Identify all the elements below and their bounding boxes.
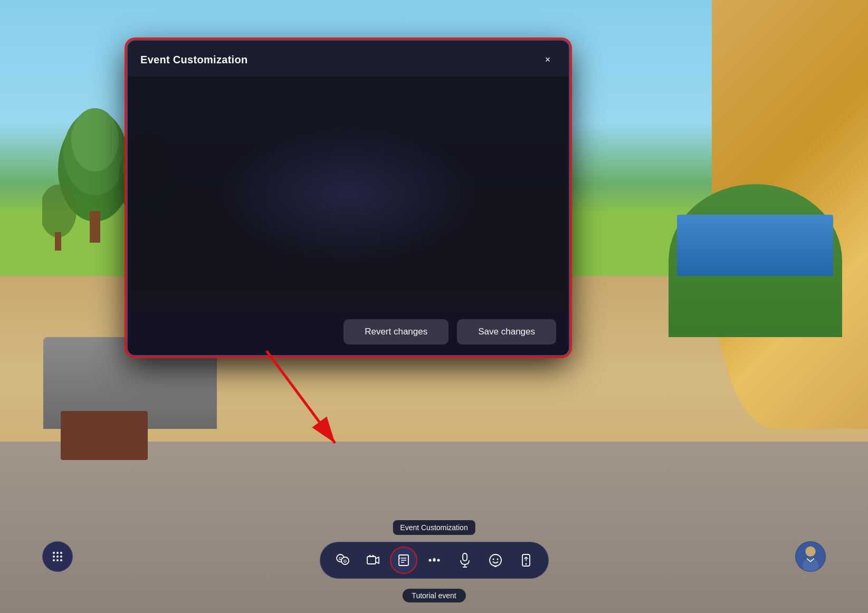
avatar-button[interactable]: [795, 541, 826, 572]
svg-rect-8: [55, 232, 61, 251]
svg-rect-28: [463, 553, 467, 561]
svg-point-42: [53, 559, 55, 561]
svg-rect-19: [372, 555, 374, 557]
grid-menu-button[interactable]: [42, 541, 73, 572]
toolbar-btn-share[interactable]: [512, 547, 540, 574]
reactions-icon: [336, 553, 349, 567]
svg-point-31: [490, 554, 501, 566]
toolbar-btn-event-customization[interactable]: [390, 547, 417, 574]
svg-point-15: [344, 560, 345, 561]
svg-point-25: [428, 559, 431, 562]
grid-icon: [51, 550, 64, 563]
bottom-toolbar: [320, 542, 549, 579]
toolbar-btn-more[interactable]: [421, 547, 448, 574]
more-icon: [427, 558, 441, 563]
track-pool: [677, 215, 833, 276]
svg-point-33: [497, 559, 498, 560]
svg-point-38: [60, 552, 62, 554]
svg-rect-18: [369, 555, 371, 557]
event-customization-icon: [397, 553, 411, 567]
tutorial-event-label: Tutorial event: [402, 589, 465, 602]
save-changes-button[interactable]: Save changes: [457, 319, 556, 344]
svg-point-12: [341, 557, 349, 564]
dialog-header: Event Customization ×: [128, 41, 569, 76]
table: [61, 411, 148, 460]
svg-rect-24: [398, 557, 400, 559]
close-icon: ×: [545, 54, 551, 65]
svg-rect-17: [367, 557, 376, 564]
camera-icon: [366, 553, 380, 567]
event-customization-dialog: Event Customization × Revert changes Sav…: [127, 40, 570, 356]
toolbar-btn-reactions[interactable]: [329, 547, 356, 574]
svg-point-40: [56, 555, 59, 558]
svg-point-37: [56, 552, 59, 554]
revert-changes-button[interactable]: Revert changes: [344, 319, 449, 344]
dialog-content: [128, 76, 569, 311]
svg-point-44: [60, 559, 62, 561]
dialog-title: Event Customization: [140, 54, 248, 66]
share-icon: [519, 553, 533, 567]
dialog-footer: Revert changes Save changes: [128, 311, 569, 355]
avatar-image: [796, 542, 825, 571]
svg-point-36: [53, 552, 55, 554]
svg-point-27: [437, 559, 440, 562]
svg-point-39: [53, 555, 55, 558]
svg-point-16: [345, 560, 346, 561]
toolbar-btn-camera[interactable]: [359, 547, 387, 574]
mic-icon: [459, 553, 471, 568]
toolbar-btn-emoji[interactable]: [482, 547, 509, 574]
event-customization-tooltip: Event Customization: [393, 520, 475, 535]
svg-point-46: [805, 547, 815, 557]
toolbar-pill: [320, 542, 549, 579]
svg-point-13: [339, 557, 340, 558]
close-button[interactable]: ×: [539, 51, 556, 68]
svg-point-2: [71, 108, 119, 171]
svg-point-14: [340, 557, 341, 558]
emoji-icon: [489, 553, 502, 567]
toolbar-btn-mic[interactable]: [451, 547, 479, 574]
svg-rect-3: [90, 211, 100, 243]
svg-point-41: [60, 555, 62, 558]
svg-point-43: [56, 559, 59, 561]
svg-point-32: [492, 559, 494, 560]
svg-point-35: [525, 563, 527, 565]
